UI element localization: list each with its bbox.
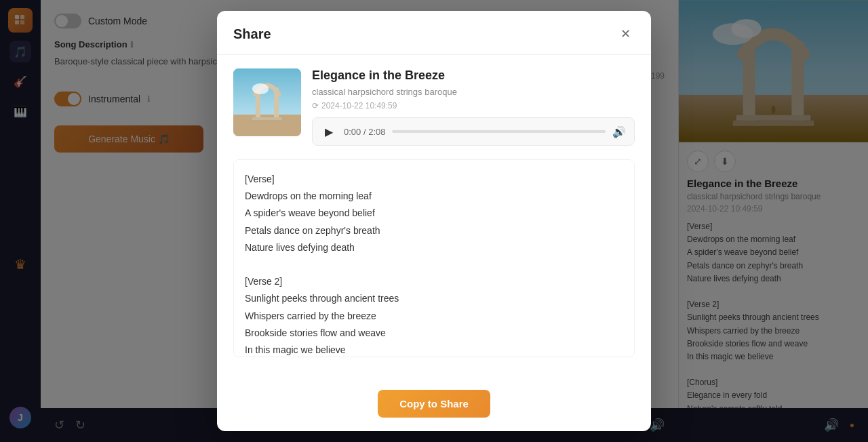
share-modal: Share ✕	[217, 11, 651, 431]
modal-header: Share ✕	[217, 11, 651, 55]
modal-song-info: Elegance in the Breeze classical harpsic…	[312, 68, 635, 146]
volume-button[interactable]: 🔊	[612, 125, 626, 138]
lyrics-container[interactable]: [Verse] Dewdrops on the morning leaf A s…	[233, 159, 635, 357]
modal-body: Elegance in the Breeze classical harpsic…	[217, 55, 651, 382]
time-current: 0:00 / 2:08	[344, 127, 385, 137]
play-button[interactable]: ▶	[321, 123, 337, 140]
modal-song-date: ⟳ 2024-10-22 10:49:59	[312, 101, 635, 110]
date-icon: ⟳	[312, 101, 319, 110]
modal-song-header: Elegance in the Breeze classical harpsic…	[233, 68, 635, 146]
modal-footer: Copy to Share	[217, 382, 651, 431]
progress-bar[interactable]	[392, 130, 606, 133]
modal-title: Share	[233, 26, 271, 42]
svg-rect-17	[252, 117, 282, 120]
modal-song-thumbnail	[233, 68, 301, 136]
modal-album-art	[233, 68, 301, 136]
svg-rect-18	[250, 120, 284, 123]
modal-close-button[interactable]: ✕	[616, 24, 635, 43]
lyrics-text: [Verse] Dewdrops on the morning leaf A s…	[245, 171, 623, 357]
modal-song-title: Elegance in the Breeze	[312, 68, 635, 83]
svg-point-19	[252, 83, 269, 94]
modal-song-tags: classical harpsichord strings baroque	[312, 87, 635, 97]
copy-to-share-button[interactable]: Copy to Share	[378, 390, 490, 418]
audio-player: ▶ 0:00 / 2:08 🔊	[312, 117, 635, 146]
modal-overlay: Share ✕	[0, 0, 868, 442]
